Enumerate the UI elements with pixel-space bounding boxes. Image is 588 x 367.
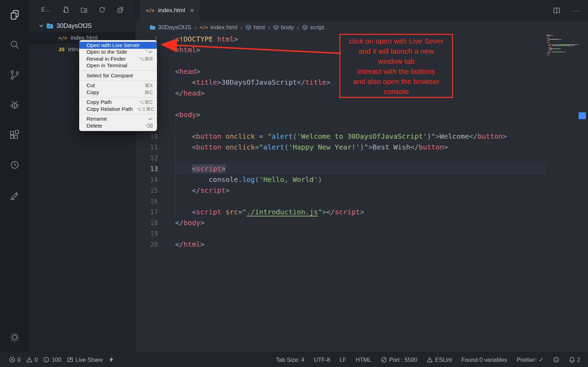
chevron-right-icon: › [241,24,243,31]
folder-icon [46,23,53,29]
line-number: 20 [135,239,175,250]
code-line-15[interactable]: 15 </script> [135,185,588,196]
annotation-box: click on open with Live Sever and it wil… [339,34,453,98]
menu-item-cut[interactable]: Cut⌘X [79,82,157,89]
run-debug-icon[interactable] [9,99,21,111]
search-icon[interactable] [9,39,21,51]
explorer-icon[interactable] [9,9,21,21]
chevron-right-icon: › [297,24,299,31]
status-language[interactable]: HTML [356,357,371,363]
menu-item-open-in-terminal[interactable]: Open in Terminal [79,62,157,69]
breadcrumb-file[interactable]: </> index.html [200,24,238,31]
collapse-all-icon[interactable] [116,6,124,14]
check-icon: ✓ [539,357,544,363]
code-line-18[interactable]: 18</body> [135,217,588,228]
status-encoding[interactable]: UTF-8 [314,357,330,363]
code-line-20[interactable]: 20</html> [135,239,588,250]
menu-item-copy-relative-path[interactable]: Copy Relative Path⌥⇧⌘C [79,106,157,113]
line-number: 12 [135,153,175,163]
tab-bar: </> index.html × ··· [135,0,588,21]
line-number: 17 [135,207,175,217]
status-variables[interactable]: Found 0 variables [461,357,507,363]
new-file-icon[interactable] [62,6,70,14]
status-tab-size[interactable]: Tab Size: 4 [276,357,304,363]
menu-item-copy-path[interactable]: Copy Path⌥⌘C [79,99,157,106]
menu-separator [79,114,157,114]
status-eol[interactable]: LF [339,357,346,363]
status-port[interactable]: Port : 5500 [381,357,417,363]
html-file-icon: </> [58,35,67,41]
status-live-share[interactable]: Live Share [67,357,103,363]
code-line-16[interactable]: 16 [135,196,588,207]
smiley-icon[interactable] [553,357,559,363]
tab-index-html[interactable]: </> index.html × [140,0,199,21]
lightning-icon[interactable] [108,357,114,363]
status-eslint[interactable]: ESLint [427,357,452,363]
menu-separator [79,70,157,71]
new-folder-icon[interactable] [80,6,88,14]
tree-root-label: 30DaysOfJS [56,22,92,30]
bell-icon[interactable]: 2 [569,357,580,363]
line-number: 19 [135,228,175,239]
line-number: 15 [135,185,175,196]
code-line-19[interactable]: 19 [135,228,588,239]
breadcrumb-folder[interactable]: 30DaysOfJS [150,24,191,31]
status-info[interactable]: 100 [43,357,61,363]
status-prettier[interactable]: Prettier: ✓ [517,357,544,363]
close-icon[interactable]: × [190,7,194,15]
code-line-7[interactable]: 7 [135,99,588,109]
code-line-11[interactable]: 11 <button onclick="alert('Happy New Yea… [135,142,588,153]
breadcrumb-symbol-script[interactable]: script [302,24,324,31]
line-number: 16 [135,196,175,207]
code-line-8[interactable]: 8<body> [135,109,588,120]
history-icon[interactable] [9,159,21,171]
code-line-17[interactable]: 17 <script src="./introduction.js"></scr… [135,207,588,217]
menu-item-open-to-the-side[interactable]: Open to the Side⌃↵ [79,49,157,56]
js-file-icon: JS [58,46,65,52]
code-line-10[interactable]: 10 <button onclick = "alert('Welcome to … [135,131,588,142]
breadcrumb-symbol-body[interactable]: body [273,24,294,31]
chevron-right-icon: › [194,24,196,31]
code-line-9[interactable]: 9 [135,120,588,131]
status-bar: 0 0 100 Live Share Tab Size: 4 UTF-8 LF … [0,352,588,367]
tab-label: index.html [158,7,185,14]
menu-item-select-for-compare[interactable]: Select for Compare [79,72,157,79]
status-warnings[interactable]: 0 [26,357,38,363]
tree-root-30daysofjs[interactable]: 30DaysOfJS [29,20,135,32]
settings-gear-icon[interactable] [9,331,21,343]
line-number: 14 [135,174,175,185]
line-number: 18 [135,217,175,228]
minimap[interactable] [547,35,579,55]
more-actions-icon[interactable]: ··· [572,7,580,15]
activity-bar [0,0,29,352]
breadcrumb: 30DaysOfJS › </> index.html › html › bod… [135,21,588,34]
menu-item-copy[interactable]: Copy⌘C [79,89,157,96]
line-number: 10 [135,131,175,142]
status-errors[interactable]: 0 [9,357,21,363]
html-file-icon: </> [146,8,154,13]
source-control-icon[interactable] [9,69,21,81]
chevron-right-icon: › [268,24,270,31]
context-menu: Open with Live ServerOpen to the Side⌃↵R… [79,40,157,131]
sidebar-title: E… [41,7,51,13]
indent-guide [175,120,175,217]
breadcrumb-symbol-html[interactable]: html [246,24,265,31]
menu-item-rename[interactable]: Rename↵ [79,116,157,123]
menu-item-open-with-live-server[interactable]: Open with Live Server [79,42,157,49]
menu-separator [79,97,157,98]
code-line-13[interactable]: 13 <script> [135,163,588,174]
html-file-icon: </> [200,25,208,30]
menu-item-delete[interactable]: Delete⌫ [79,122,157,129]
overview-ruler-marker [579,112,586,119]
line-number: 11 [135,142,175,153]
split-editor-icon[interactable] [553,7,560,14]
indent-guide [175,77,175,88]
chevron-down-icon [39,23,44,28]
extensions-icon[interactable] [9,129,21,141]
code-line-14[interactable]: 14 console.log('Hello, World') [135,174,588,185]
menu-item-reveal-in-finder[interactable]: Reveal in Finder⌥⌘R [79,55,157,62]
code-line-12[interactable]: 12 [135,153,588,163]
refresh-icon[interactable] [98,6,106,14]
feedback-icon[interactable] [9,189,21,201]
vscode-window: E… 30DaysOfJS </> index. [0,0,588,367]
